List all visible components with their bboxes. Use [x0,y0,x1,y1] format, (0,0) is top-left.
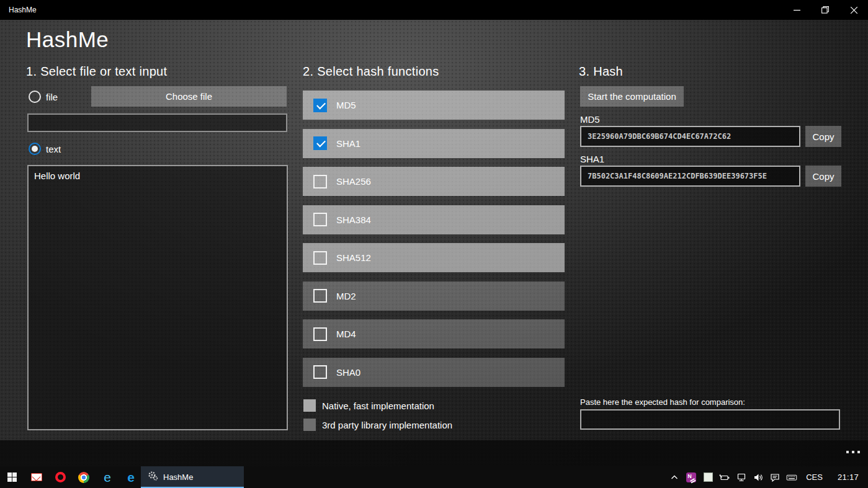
md5-copy-button[interactable]: Copy [805,126,841,147]
clock[interactable]: 21:17 [838,472,859,482]
taskbar: e e HashMe N [0,466,868,488]
checkbox[interactable] [313,365,327,379]
sha1-result-label: SHA1 [580,154,604,164]
language-indicator[interactable]: CES [803,472,826,482]
opera-taskbar-button[interactable] [50,466,71,488]
legend-native: Native, fast implementation [303,399,434,412]
speaker-icon[interactable] [753,472,764,483]
checkbox[interactable] [313,289,327,303]
app-title: HashMe [26,27,109,52]
minimize-icon [794,7,800,14]
checkbox[interactable] [313,213,327,226]
window-controls [782,0,868,20]
checkbox[interactable] [313,251,327,265]
hash-function-row[interactable]: SHA0 [303,358,565,387]
hash-function-label: SHA256 [336,176,371,187]
checkbox[interactable] [313,327,327,341]
n-scissors-icon[interactable]: N [686,472,697,483]
mail-icon [31,473,42,481]
md5-result-label: MD5 [580,114,600,125]
hash-function-label: SHA384 [336,215,371,225]
hash-function-row[interactable]: MD2 [303,282,565,311]
hash-function-row[interactable]: SHA512 [303,243,565,272]
hash-function-row[interactable]: SHA1 [303,129,565,158]
hash-function-label: MD4 [336,329,356,339]
md5-result-input[interactable] [580,126,800,147]
hash-function-row[interactable]: SHA384 [303,205,565,234]
hash-function-row[interactable]: MD4 [303,319,565,348]
window-title: HashMe [9,6,37,14]
hashme-taskbar-label: HashMe [163,472,193,482]
hash-function-list: MD5 SHA1 SHA256 SHA384 SHA512 MD2 MD4 SH… [303,91,565,396]
section1-heading: 1. Select file or text input [26,64,167,79]
file-radio-label[interactable]: file [46,92,58,102]
system-tray: N CES 21:17 [669,466,868,488]
text-radio[interactable] [29,143,41,155]
notes-icon[interactable] [702,472,714,483]
legend-thirdparty: 3rd party library implementation [303,419,452,431]
keyboard-icon[interactable] [786,472,797,483]
file-path-input[interactable] [27,113,287,132]
hash-function-label: SHA1 [336,138,360,149]
start-button[interactable] [1,466,22,488]
edge-taskbar-button[interactable]: e [120,466,141,488]
hash-function-label: MD2 [336,291,356,301]
hash-function-label: MD5 [336,100,356,110]
chevron-up-icon[interactable] [669,472,680,483]
network-icon[interactable] [736,472,747,483]
choose-file-button[interactable]: Choose file [91,86,287,107]
sha1-result-input[interactable] [580,166,800,187]
compare-hash-label: Paste here the expected hash for compari… [580,397,745,407]
hash-function-label: SHA0 [336,367,360,378]
compare-hash-input[interactable] [580,409,840,430]
legend-thirdparty-label: 3rd party library implementation [322,420,452,430]
app-window: HashMe 1. Select file or text input 2. S… [0,20,868,466]
restore-button[interactable] [811,0,839,20]
text-radio-label[interactable]: text [46,144,61,154]
mail-taskbar-button[interactable] [26,466,47,488]
chat-icon[interactable] [769,472,781,483]
opera-icon [55,472,66,482]
gears-icon [148,471,158,484]
checkbox[interactable] [313,175,327,189]
chrome-taskbar-button[interactable] [73,466,94,488]
screen: HashMe HashMe 1. Select file or text inp… [0,0,868,488]
hash-function-row[interactable]: SHA256 [303,167,565,196]
start-icon [7,472,17,482]
start-computation-button[interactable]: Start the computation [580,86,684,107]
legend-native-label: Native, fast implementation [322,401,434,411]
section3-heading: 3. Hash [579,64,623,79]
section2-heading: 2. Select hash functions [303,64,439,79]
close-button[interactable] [839,0,868,20]
battery-icon[interactable] [719,472,730,483]
ellipsis-icon[interactable] [846,451,860,453]
checkbox[interactable] [313,136,327,150]
hash-function-label: SHA512 [336,252,371,263]
text-input[interactable]: Hello world [27,165,288,430]
ie-icon: e [104,471,111,484]
sha1-copy-button[interactable]: Copy [805,166,841,187]
minimize-button[interactable] [782,0,811,20]
titlebar: HashMe [0,0,868,20]
thirdparty-swatch [303,419,316,431]
internet-explorer-taskbar-button[interactable]: e [97,466,118,488]
edge-icon: e [127,471,135,484]
close-icon [851,7,857,14]
hash-function-row[interactable]: MD5 [303,91,565,120]
native-swatch [303,399,316,412]
chrome-icon [78,472,89,483]
restore-icon [821,6,829,14]
file-radio[interactable] [29,91,41,103]
app-commandbar [0,440,868,466]
hashme-taskbar-button[interactable]: HashMe [141,466,244,488]
checkbox[interactable] [313,99,327,112]
